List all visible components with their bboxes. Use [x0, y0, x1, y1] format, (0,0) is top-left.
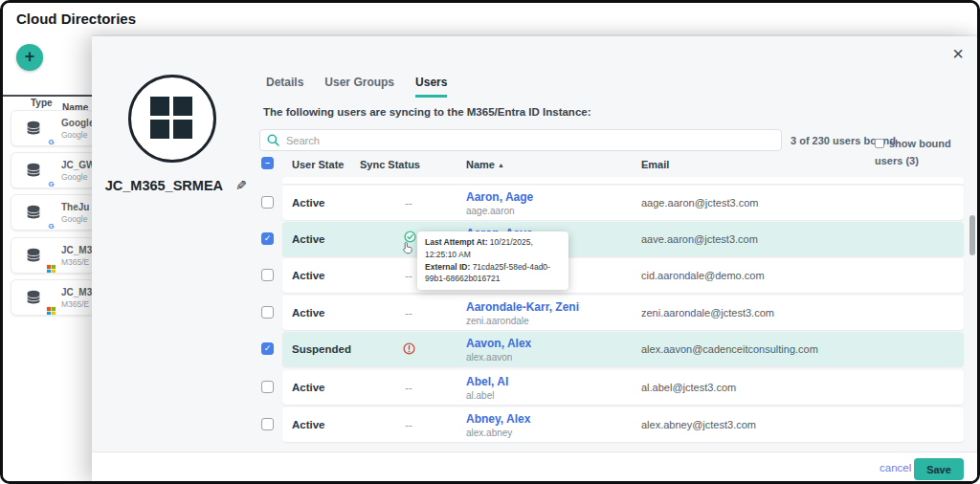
- table-row: Suspended Aavon, Alex alex.aavon alex.aa…: [261, 332, 964, 366]
- user-row-card: Active Aaron, Aave aave.aaron aave.aaron…: [282, 222, 964, 256]
- tab-users[interactable]: Users: [415, 76, 447, 98]
- m365-directory-icon: [25, 247, 42, 269]
- table-row: Active -- Aarondale, Cid cid.aarondale c…: [261, 258, 964, 293]
- user-state-cell: Active: [292, 233, 325, 245]
- table-row-partial: [282, 177, 964, 184]
- email-column-header[interactable]: Email: [641, 159, 669, 170]
- directory-list-item[interactable]: JC_M3 M365/E: [11, 279, 95, 316]
- sync-status-tooltip: Last Attempt At: 10/21/2025, 12:25:10 AM…: [417, 231, 568, 290]
- sync-status-cell: --: [395, 407, 422, 442]
- tooltip-external-id: External ID: 71cda25f-58ed-4ad0-99b1-686…: [425, 261, 561, 286]
- row-checkbox[interactable]: [261, 196, 274, 209]
- user-email-cell: al.abel@jctest3.com: [641, 382, 736, 393]
- user-email-cell: alex.aavon@cadenceitconsulting.com: [641, 343, 818, 355]
- directory-list-item[interactable]: G Google Google: [11, 110, 95, 146]
- app-window: Cloud Directories + Type Name G Google G…: [0, 0, 980, 484]
- user-email-cell: alex.abney@jctest3.com: [641, 419, 756, 430]
- svg-text:G: G: [48, 222, 54, 231]
- user-username: alex.abney: [466, 428, 530, 438]
- user-row-card: Active -- Abel, Al al.abel al.abel@jctes…: [282, 370, 964, 405]
- user-name-link[interactable]: Abney, Alex: [466, 412, 530, 426]
- table-row: Active Aaron, Aave aave.aaron aave.aaron…: [261, 222, 964, 256]
- directory-item-name: JC_M3: [61, 287, 92, 297]
- edit-name-icon[interactable]: ✎: [235, 178, 247, 193]
- sort-asc-icon: ▲: [498, 162, 504, 168]
- user-name-link[interactable]: Aavon, Alex: [466, 337, 531, 350]
- sync-status-cell: [395, 332, 422, 366]
- user-state-column-header[interactable]: User State: [292, 159, 344, 170]
- google-directory-icon: G: [25, 204, 42, 226]
- directory-item-type: Google: [61, 172, 87, 182]
- save-button[interactable]: Save: [914, 458, 964, 480]
- table-row: Active -- Abel, Al al.abel al.abel@jctes…: [261, 370, 964, 405]
- sync-description: The following users are syncing to the M…: [263, 106, 591, 118]
- svg-text:G: G: [48, 180, 54, 188]
- row-checkbox[interactable]: [261, 381, 274, 393]
- table-row: Active -- Aarondale-Karr, Zeni zeni.aaro…: [261, 296, 964, 330]
- select-all-checkbox[interactable]: [261, 157, 274, 169]
- user-state-cell: Active: [292, 197, 325, 209]
- directory-item-name: JC_M3: [61, 245, 92, 255]
- show-bound-checkbox[interactable]: [875, 139, 884, 148]
- user-row-card: Active -- Abney, Alex alex.abney alex.ab…: [282, 407, 964, 442]
- modal-tabs: DetailsUser GroupsUsers: [266, 73, 468, 94]
- directory-item-type: M365/E: [61, 299, 89, 309]
- sync-status-column-header[interactable]: Sync Status: [360, 159, 420, 170]
- user-email-cell: aage.aaron@jctest3.com: [641, 197, 758, 209]
- user-state-cell: Active: [292, 382, 325, 393]
- sync-status-cell: --: [395, 296, 422, 330]
- directory-list-item[interactable]: G TheJu Google: [11, 194, 95, 231]
- table-row: Active -- Aaron, Aage aage.aaron aage.aa…: [261, 186, 964, 220]
- user-row-card: Active -- Aarondale, Cid cid.aarondale c…: [282, 258, 964, 293]
- table-scrollbar-thumb[interactable]: [969, 215, 975, 255]
- user-name-link[interactable]: Abel, Al: [466, 375, 508, 388]
- user-row-card: Suspended Aavon, Alex alex.aavon alex.aa…: [282, 332, 964, 366]
- search-box: [259, 129, 782, 151]
- user-row-card: Active -- Aaron, Aage aage.aaron aage.aa…: [282, 186, 964, 220]
- google-directory-icon: G: [25, 162, 42, 184]
- microsoft-logo-square: [150, 97, 169, 116]
- directory-item-type: M365/E: [61, 257, 89, 267]
- search-input[interactable]: [259, 129, 782, 151]
- cancel-button[interactable]: cancel: [880, 462, 911, 473]
- directory-item-name: Google: [61, 118, 94, 128]
- directory-item-type: Google: [61, 130, 87, 140]
- close-icon[interactable]: ×: [947, 42, 969, 65]
- user-name-link[interactable]: Aaron, Aage: [466, 190, 533, 204]
- user-row-card: Active -- Aarondale-Karr, Zeni zeni.aaro…: [282, 296, 964, 330]
- directory-item-name: JC_GW: [61, 160, 95, 170]
- users-table-header: User State Sync Status Name▲ Email: [92, 154, 977, 175]
- row-checkbox[interactable]: [261, 418, 274, 430]
- user-state-cell: Active: [292, 307, 325, 319]
- row-checkbox[interactable]: [261, 306, 274, 319]
- hand-cursor-icon: [401, 241, 413, 254]
- directory-item-type: Google: [61, 214, 87, 224]
- tooltip-last-attempt: Last Attempt At: 10/21/2025, 12:25:10 AM: [425, 236, 561, 261]
- search-icon: [267, 134, 279, 146]
- directory-details-modal: × JC_M365_SRMEA ✎ DetailsUser GroupsUser…: [92, 36, 977, 484]
- row-checkbox[interactable]: [261, 269, 274, 281]
- modal-footer: cancel Save: [92, 451, 977, 484]
- row-checkbox[interactable]: [261, 342, 274, 355]
- m365-directory-icon: [25, 289, 42, 311]
- sync-error-icon[interactable]: [403, 342, 415, 355]
- directory-item-name: TheJu: [61, 202, 89, 212]
- user-state-cell: Suspended: [292, 343, 351, 355]
- user-username: aage.aaron: [466, 206, 533, 216]
- microsoft-logo-square: [173, 97, 192, 116]
- row-checkbox[interactable]: [261, 232, 274, 245]
- directory-name: JC_M365_SRMEA: [105, 178, 223, 193]
- directory-name-row: JC_M365_SRMEA ✎: [92, 177, 259, 194]
- microsoft-logo-square: [150, 120, 169, 139]
- user-name-link[interactable]: Aarondale-Karr, Zeni: [466, 300, 579, 314]
- user-state-cell: Active: [292, 419, 325, 430]
- name-column-header[interactable]: Name▲: [466, 159, 504, 170]
- sync-status-cell: --: [395, 370, 422, 405]
- directory-list-item[interactable]: JC_M3 M365/E: [11, 237, 95, 274]
- tab-details[interactable]: Details: [266, 76, 303, 95]
- tab-user-groups[interactable]: User Groups: [324, 76, 394, 95]
- user-state-cell: Active: [292, 270, 325, 281]
- svg-text:G: G: [48, 138, 54, 146]
- directory-list-item[interactable]: G JC_GW Google: [11, 152, 95, 188]
- sync-status-cell: --: [395, 186, 422, 220]
